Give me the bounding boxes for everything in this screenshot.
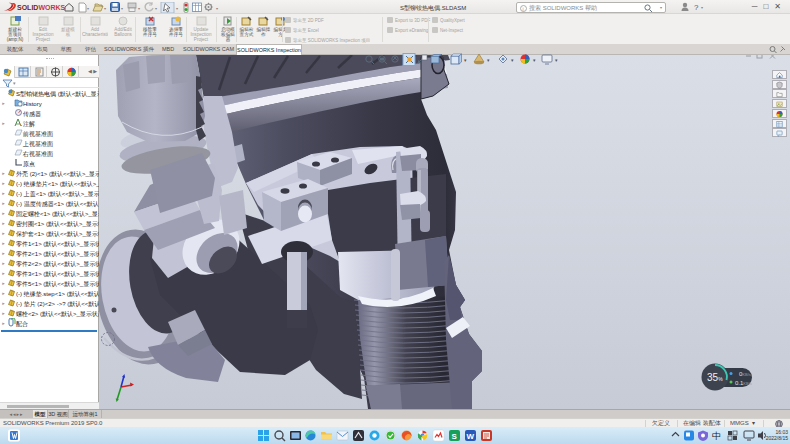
svg-text:▾: ▾ [104, 6, 106, 11]
svg-text:▾: ▾ [87, 6, 89, 11]
svg-text:▾: ▾ [487, 57, 490, 63]
svg-text:0KB/s: 0KB/s [739, 371, 751, 377]
svg-text:▾: ▾ [511, 57, 514, 63]
svg-text:SOLIDWORKS: SOLIDWORKS [17, 4, 66, 11]
svg-text:▾: ▾ [464, 57, 467, 63]
svg-text:▾: ▾ [216, 6, 218, 11]
svg-text:▾: ▾ [138, 6, 140, 11]
svg-text:▾: ▾ [533, 57, 536, 63]
svg-text:▾: ▾ [555, 57, 558, 63]
svg-text:▾: ▾ [155, 6, 157, 11]
svg-text:i: i [522, 5, 523, 11]
svg-text:?: ? [694, 3, 699, 12]
svg-text:▾: ▾ [176, 6, 178, 11]
svg-text:▾: ▾ [701, 5, 703, 10]
svg-text:S: S [452, 432, 458, 441]
svg-text:▾: ▾ [121, 6, 123, 11]
svg-text:中: 中 [712, 431, 721, 441]
svg-text:0.1KB/s: 0.1KB/s [735, 380, 752, 386]
svg-text:W: W [467, 432, 475, 441]
